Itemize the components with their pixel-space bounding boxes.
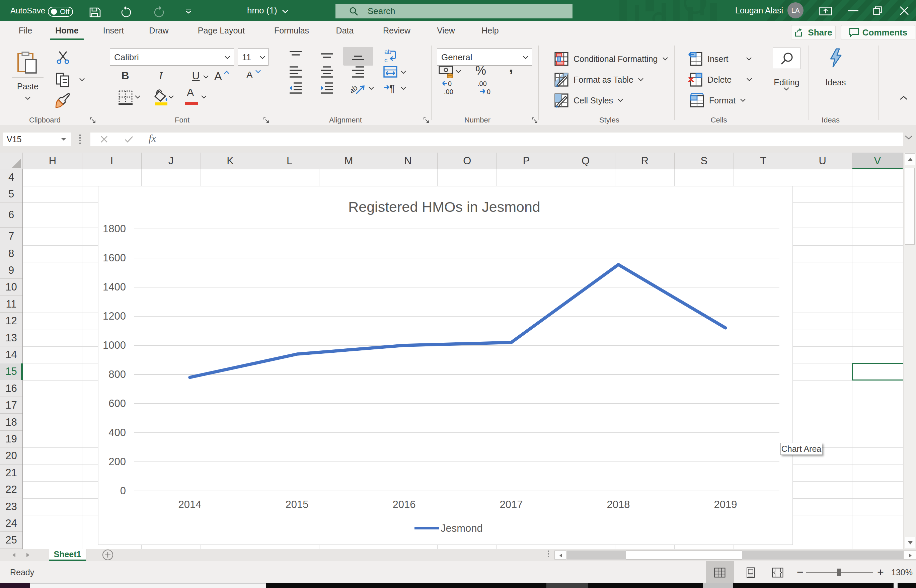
increase-indent-icon[interactable] — [319, 80, 334, 96]
enter-icon[interactable] — [125, 136, 133, 143]
row-header-9[interactable]: 9 — [0, 262, 23, 279]
ribbon-tab-home[interactable]: Home — [48, 21, 86, 41]
text-direction-icon[interactable]: ¶ — [383, 80, 398, 96]
chart[interactable]: 0200400600800100012001400160018002014201… — [98, 186, 793, 545]
new-sheet-button[interactable] — [102, 549, 113, 561]
column-header-I[interactable]: I — [83, 153, 142, 169]
row-header-23[interactable]: 23 — [0, 499, 23, 515]
row-header-6[interactable]: 6 — [0, 203, 23, 228]
y-axis-label-1200[interactable]: 1200 — [103, 310, 126, 322]
chart-title[interactable]: Registered HMOs in Jesmond — [348, 199, 541, 215]
x-axis-label-2015[interactable]: 2015 — [286, 499, 309, 510]
ribbon-tab-file[interactable]: File — [7, 21, 44, 41]
column-header-U[interactable]: U — [793, 153, 852, 169]
row-header-4[interactable]: 4 — [0, 170, 23, 186]
column-header-S[interactable]: S — [675, 153, 734, 169]
decrease-decimal-button[interactable]: .00 0 — [476, 79, 495, 96]
document-title[interactable]: hmo (1) — [247, 0, 277, 21]
y-axis-label-200[interactable]: 200 — [108, 456, 126, 467]
column-header-K[interactable]: K — [201, 153, 260, 169]
decrease-font-button[interactable]: A — [246, 69, 262, 84]
copy-icon[interactable] — [55, 72, 70, 88]
column-header-N[interactable]: N — [378, 153, 438, 169]
x-axis-label-2018[interactable]: 2018 — [607, 499, 630, 510]
page-break-preview-button[interactable] — [764, 561, 792, 584]
scroll-right-button[interactable] — [903, 551, 916, 559]
name-box[interactable]: V15 — [3, 132, 71, 146]
font-size-select[interactable]: 11 — [238, 48, 269, 66]
row-header-16[interactable]: 16 — [0, 381, 23, 397]
user-name[interactable]: Lougan Alasi — [735, 0, 783, 21]
column-header-H[interactable]: H — [23, 153, 83, 169]
vertical-scroll-thumb[interactable] — [905, 168, 914, 245]
increase-font-button[interactable]: A — [214, 69, 230, 84]
font-color-chevron-icon[interactable] — [201, 95, 207, 99]
ribbon-tab-insert[interactable]: Insert — [97, 21, 130, 41]
align-center-icon[interactable] — [319, 64, 334, 80]
align-right-icon[interactable] — [351, 64, 366, 80]
zoom-out-button[interactable]: − — [797, 561, 804, 584]
alignment-dialog-launcher-icon[interactable] — [422, 116, 430, 124]
ribbon-tab-data[interactable]: Data — [331, 21, 359, 41]
previous-sheet-icon[interactable] — [11, 552, 16, 557]
column-header-Q[interactable]: Q — [556, 153, 615, 169]
close-icon[interactable] — [900, 6, 909, 15]
ribbon-tab-page-layout[interactable]: Page Layout — [191, 21, 251, 41]
next-sheet-icon[interactable] — [26, 552, 31, 557]
number-format-select[interactable]: General — [437, 48, 532, 66]
zoom-slider-handle[interactable] — [837, 569, 841, 576]
fill-color-chevron-icon[interactable] — [168, 95, 174, 99]
wrap-text-icon[interactable]: abc — [383, 48, 398, 64]
font-color-icon[interactable]: A — [185, 88, 199, 106]
orientation-icon[interactable]: ab — [351, 80, 366, 97]
share-button[interactable]: Share — [791, 25, 836, 40]
legend-label[interactable]: Jesmond — [440, 522, 483, 534]
insert-cells-button[interactable]: Insert — [688, 52, 752, 66]
formula-bar-expand-icon[interactable] — [905, 135, 913, 140]
formula-input[interactable] — [91, 132, 903, 146]
comma-style-button[interactable]: , — [509, 58, 513, 76]
row-header-17[interactable]: 17 — [0, 397, 23, 414]
cell-styles-button[interactable]: Cell Styles — [554, 93, 623, 108]
y-axis-label-1600[interactable]: 1600 — [103, 252, 126, 264]
scroll-up-button[interactable] — [905, 153, 915, 165]
copy-chevron-icon[interactable] — [79, 78, 85, 82]
row-header-5[interactable]: 5 — [0, 186, 23, 202]
horizontal-scroll-thumb[interactable] — [626, 551, 742, 559]
sheet-tab-sheet1[interactable]: Sheet1 — [49, 549, 86, 561]
series-line-jesmond[interactable] — [190, 265, 725, 378]
percent-style-button[interactable]: % — [476, 64, 486, 78]
editing-chevron-icon[interactable] — [783, 87, 790, 91]
row-header-25[interactable]: 25 — [0, 532, 23, 549]
fill-color-icon[interactable] — [153, 89, 169, 106]
insert-function-icon[interactable]: fx — [149, 132, 156, 144]
tab-scrollbar-splitter[interactable] — [547, 550, 549, 559]
minimize-icon[interactable] — [848, 10, 858, 11]
cancel-icon[interactable] — [100, 136, 108, 143]
y-axis-label-800[interactable]: 800 — [108, 368, 126, 380]
increase-decimal-button[interactable]: 0 .00 — [441, 79, 460, 96]
italic-button[interactable]: I — [155, 69, 167, 84]
x-axis-label-2014[interactable]: 2014 — [178, 499, 202, 510]
font-dialog-launcher-icon[interactable] — [262, 116, 270, 124]
ribbon-tab-formulas[interactable]: Formulas — [269, 21, 315, 41]
restore-icon[interactable] — [873, 6, 882, 15]
row-header-13[interactable]: 13 — [0, 330, 23, 346]
redo-icon[interactable] — [153, 6, 165, 19]
save-icon[interactable] — [89, 7, 101, 18]
underline-button[interactable]: U — [189, 69, 202, 84]
row-header-10[interactable]: 10 — [0, 279, 23, 296]
autosave-toggle[interactable]: Off — [48, 7, 73, 17]
merge-center-icon[interactable] — [383, 64, 398, 80]
y-axis-label-1000[interactable]: 1000 — [103, 339, 126, 351]
align-middle-icon[interactable] — [319, 48, 334, 64]
row-header-7[interactable]: 7 — [0, 228, 23, 245]
text-direction-chevron-icon[interactable] — [400, 86, 406, 92]
column-header-J[interactable]: J — [142, 153, 201, 169]
row-header-15[interactable]: 15 — [0, 363, 23, 380]
x-axis-label-2016[interactable]: 2016 — [393, 499, 416, 510]
row-header-24[interactable]: 24 — [0, 515, 23, 532]
delete-cells-button[interactable]: Delete — [688, 72, 752, 87]
avatar[interactable]: LA — [787, 2, 804, 18]
zoom-in-button[interactable]: + — [877, 561, 884, 584]
